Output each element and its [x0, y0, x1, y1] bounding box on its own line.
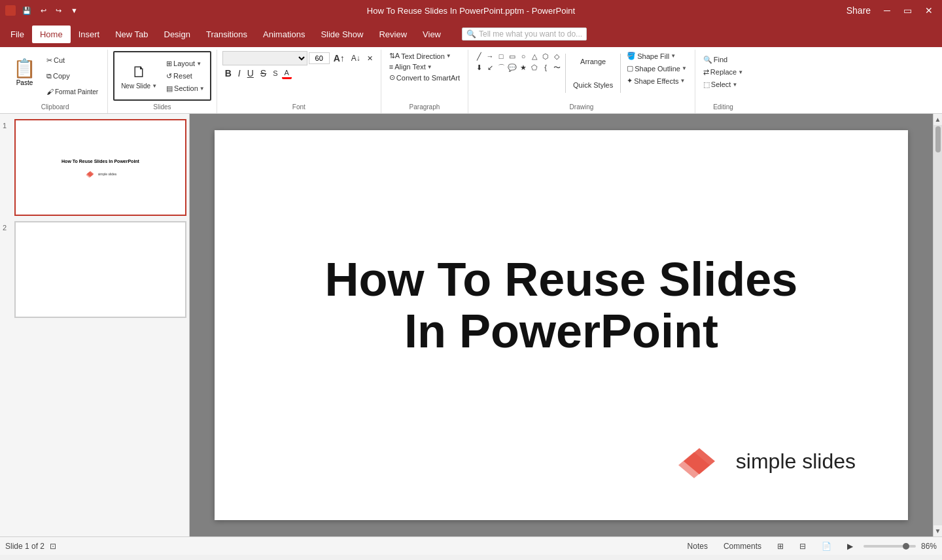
clear-format-btn[interactable]: ✕	[364, 54, 375, 63]
menu-transitions[interactable]: Transitions	[198, 26, 255, 43]
menu-insert[interactable]: Insert	[71, 26, 108, 43]
main-area: 1 How To Reuse Slides In PowerPoint simp…	[0, 114, 942, 536]
slide-2-thumb[interactable]	[14, 221, 186, 318]
shape-star[interactable]: ★	[518, 62, 529, 73]
window-title: How To Reuse Slides In PowerPoint.pptm -…	[367, 6, 575, 16]
minimize-btn[interactable]: ─	[880, 4, 894, 17]
slide-sorter-btn[interactable]: ⊟	[794, 540, 811, 552]
shape-curved[interactable]: ⌒	[496, 62, 506, 73]
notes-btn[interactable]: Notes	[682, 540, 713, 552]
share-btn[interactable]: Share	[843, 4, 875, 17]
paste-btn[interactable]: 📋 Paste	[8, 51, 41, 93]
quick-styles-btn[interactable]: Quick Styles	[569, 75, 617, 96]
align-text-btn[interactable]: ≡ Align Text ▼	[387, 62, 435, 71]
close-btn[interactable]: ✕	[921, 4, 937, 17]
find-icon: 🔍	[703, 56, 712, 64]
shape-effects-btn[interactable]: ✦ Shape Effects ▼	[624, 76, 689, 86]
new-slide-dropdown[interactable]: ▼	[152, 83, 157, 89]
drawing-btns: Arrange Quick Styles	[569, 51, 617, 96]
copy-btn[interactable]: ⧉ Copy	[44, 71, 101, 81]
shape-triangle[interactable]: △	[529, 51, 540, 61]
menu-design[interactable]: Design	[156, 26, 198, 43]
shape-fill-btn[interactable]: 🪣 Shape Fill ▼	[624, 51, 689, 61]
convert-smartart-btn[interactable]: ⊙ Convert to SmartArt	[387, 73, 462, 82]
shape-diamond[interactable]: ◇	[551, 51, 562, 61]
slide-canvas[interactable]: How To Reuse Slides In PowerPoint simple…	[215, 130, 908, 520]
font-color-btn[interactable]: A	[282, 68, 292, 79]
status-bar-right: Notes Comments ⊞ ⊟ 📄 ▶ 86%	[682, 540, 937, 552]
zoom-slider[interactable]	[864, 545, 916, 548]
font-name-select[interactable]	[222, 51, 307, 65]
menu-home[interactable]: Home	[32, 26, 71, 43]
comments-btn[interactable]: Comments	[718, 540, 767, 552]
status-bar: Slide 1 of 2 ⊡ Notes Comments ⊞ ⊟ 📄 ▶ 86…	[0, 536, 942, 555]
text-direction-btn[interactable]: ⇅A Text Direction ▼	[387, 51, 454, 61]
shape-rounded-rect[interactable]: ▭	[507, 51, 517, 61]
select-btn[interactable]: ⬚ Select ▼	[701, 80, 746, 90]
shape-wavy[interactable]: 〜	[551, 62, 562, 73]
shape-pentagon[interactable]: ⬠	[529, 62, 540, 73]
replace-btn[interactable]: ⇄ Replace ▼	[701, 67, 746, 77]
slide-2-number: 2	[3, 221, 12, 232]
font-size-input[interactable]: 60	[309, 52, 330, 64]
find-btn[interactable]: 🔍 Find	[701, 55, 746, 65]
clipboard-buttons: 📋 Paste ✂ Cut ⧉ Copy 🖌 Format Painter	[8, 51, 102, 101]
shape-brace[interactable]: {	[540, 62, 551, 73]
italic-btn[interactable]: I	[236, 67, 243, 79]
normal-view-btn[interactable]: ⊞	[772, 540, 789, 552]
menu-new-tab[interactable]: New Tab	[107, 26, 156, 43]
paste-label: Paste	[16, 79, 33, 86]
shape-rect[interactable]: □	[496, 51, 506, 61]
font-row2: B I U S S A	[222, 67, 375, 79]
slide-1-thumb[interactable]: How To Reuse Slides In PowerPoint simple…	[14, 119, 186, 216]
font-shrink-btn[interactable]: A↓	[349, 53, 363, 63]
new-slide-btn[interactable]: 🗋 New Slide ▼	[117, 55, 161, 97]
underline-btn[interactable]: U	[245, 67, 256, 79]
search-box[interactable]: 🔍 Tell me what you want to do...	[462, 27, 587, 41]
shape-outline-btn[interactable]: ▢ Shape Outline ▼	[624, 63, 689, 73]
shadow-btn[interactable]: S	[270, 69, 280, 78]
slide-icon[interactable]: ⊡	[50, 542, 56, 551]
shape-arrow1[interactable]: ⬇	[474, 62, 484, 73]
strikethrough-btn[interactable]: S	[258, 67, 269, 79]
ribbon-group-font: 60 A↑ A↓ ✕ B I U S S A Font	[217, 50, 381, 113]
shape-more[interactable]: ⬡	[540, 51, 551, 61]
customize-qat-btn[interactable]: ▼	[68, 5, 80, 16]
save-qat-btn[interactable]: 💾	[20, 5, 34, 16]
slide-1-logo-text: simple slides	[98, 172, 117, 176]
shape-arrow2[interactable]: ↙	[485, 62, 495, 73]
menu-bar: File Home Insert New Tab Design Transiti…	[0, 21, 942, 47]
menu-file[interactable]: File	[3, 26, 32, 43]
undo-qat-btn[interactable]: ↩	[38, 5, 49, 16]
scroll-up-btn[interactable]: ▲	[933, 114, 942, 125]
shape-arrow-line[interactable]: →	[485, 51, 495, 61]
scroll-thumb[interactable]	[935, 126, 941, 152]
section-btn[interactable]: ▤ Section ▼	[164, 84, 207, 94]
scroll-track[interactable]	[933, 125, 942, 525]
scroll-down-btn[interactable]: ▼	[933, 525, 942, 536]
presenter-view-btn[interactable]: ▶	[842, 540, 858, 552]
ribbon-group-clipboard: 📋 Paste ✂ Cut ⧉ Copy 🖌 Format Painter	[3, 50, 108, 113]
reading-view-btn[interactable]: 📄	[816, 540, 837, 552]
menu-slide-show[interactable]: Slide Show	[313, 26, 371, 43]
reset-btn[interactable]: ↺ Reset	[164, 71, 207, 81]
redo-qat-btn[interactable]: ↪	[53, 5, 64, 16]
menu-animations[interactable]: Animations	[255, 26, 313, 43]
menu-view[interactable]: View	[415, 26, 449, 43]
shape-callout[interactable]: 💬	[507, 62, 517, 73]
layout-dropdown-arrow: ▼	[196, 61, 201, 67]
zoom-thumb[interactable]	[903, 543, 909, 550]
format-painter-btn[interactable]: 🖌 Format Painter	[44, 87, 101, 96]
slide-info: Slide 1 of 2	[5, 542, 44, 551]
drawing-label: Drawing	[474, 101, 689, 112]
font-grow-btn[interactable]: A↑	[331, 52, 347, 64]
shape-circle[interactable]: ○	[518, 51, 529, 61]
bold-btn[interactable]: B	[222, 67, 234, 79]
shape-line[interactable]: ╱	[474, 51, 484, 61]
restore-btn[interactable]: ▭	[899, 4, 916, 17]
cut-btn[interactable]: ✂ Cut	[44, 56, 101, 65]
layout-btn[interactable]: ⊞ Layout ▼	[164, 59, 207, 69]
paragraph-controls: ⇅A Text Direction ▼ ≡ Align Text ▼ ⊙	[387, 51, 462, 82]
menu-review[interactable]: Review	[371, 26, 415, 43]
arrange-btn[interactable]: Arrange	[569, 51, 617, 72]
